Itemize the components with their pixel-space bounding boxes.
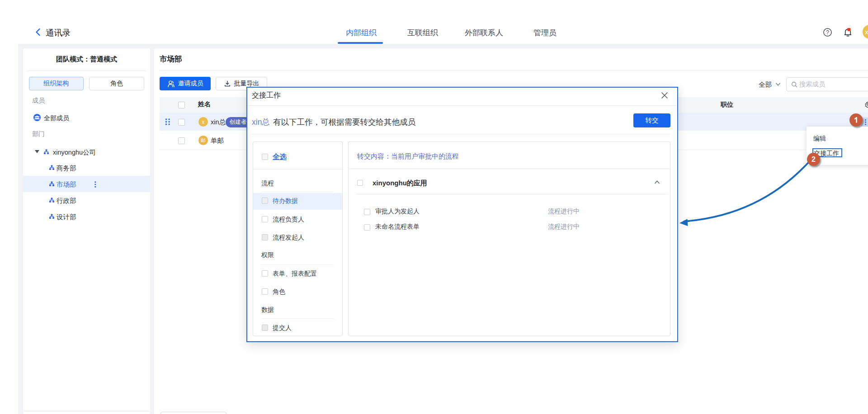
svg-text:?: ?	[826, 29, 829, 36]
